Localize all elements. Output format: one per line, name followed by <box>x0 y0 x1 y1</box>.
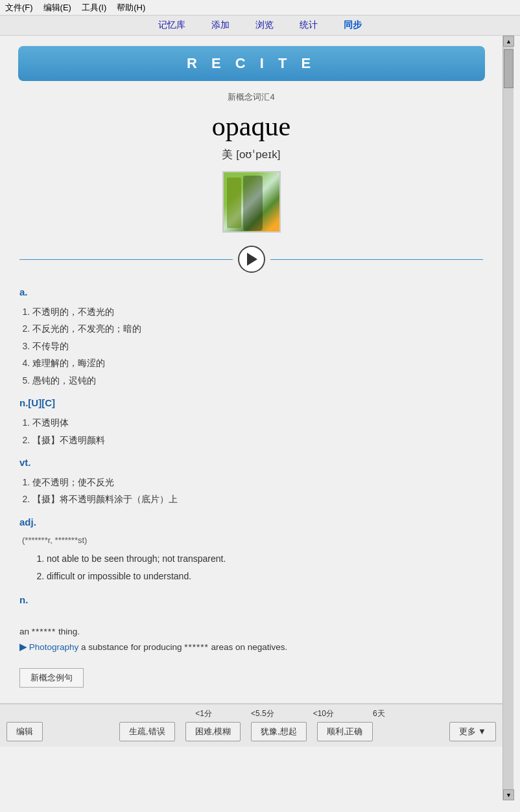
def-a-5: 愚钝的，迟钝的 <box>32 372 483 389</box>
btn-edit[interactable]: 编辑 <box>6 722 43 741</box>
def-list-vt: 使不透明；使不反光 【摄】将不透明颜料涂于（底片）上 <box>32 474 483 508</box>
def-a-2: 不反光的，不发亮的；暗的 <box>32 320 483 338</box>
scroll-track[interactable] <box>503 47 514 789</box>
def-a-3: 不传导的 <box>32 338 483 355</box>
def-list-a: 不透明的，不透光的 不反光的，不发亮的；暗的 不传导的 难理解的，晦涩的 愚钝的… <box>32 303 483 389</box>
btn-difficult[interactable]: 困难,模糊 <box>185 722 241 741</box>
label-lt55: <5.5分 <box>251 708 274 719</box>
def-a-1: 不透明的，不透光的 <box>32 303 483 321</box>
btn-more[interactable]: 更多 ▼ <box>449 722 496 741</box>
pos-n-uc: n.[U][C] <box>19 394 483 413</box>
example-btn[interactable]: 新概念例句 <box>19 668 84 688</box>
en-def-1: not able to be seen through; not transpa… <box>47 550 483 568</box>
dict-content: a. 不透明的，不透光的 不反光的，不发亮的；暗的 不传导的 难理解的，晦涩的 … <box>0 283 502 621</box>
pos-n2: n. <box>19 591 483 610</box>
nav-sync[interactable]: 同步 <box>344 19 362 31</box>
btn-correct[interactable]: 顺利,正确 <box>317 722 373 741</box>
scroll-up-arrow[interactable]: ▲ <box>503 36 514 47</box>
pos-adj: adj. <box>19 513 483 532</box>
comparative: (*******r, *******st) <box>22 533 483 549</box>
footer-buttons: 编辑 生疏,错误 困难,模糊 犹豫,想起 顺利,正确 更多 ▼ <box>0 722 502 741</box>
label-6days: 6天 <box>373 708 385 719</box>
def-n-2: 【摄】不透明颜料 <box>32 432 483 449</box>
pos-vt: vt. <box>19 454 483 472</box>
menu-file[interactable]: 文件(F) <box>3 2 36 14</box>
nav-stats[interactable]: 统计 <box>300 19 318 31</box>
audio-line-right <box>270 259 484 260</box>
word-image <box>222 171 281 233</box>
menu-tools[interactable]: 工具(I) <box>79 2 109 14</box>
menu-help[interactable]: 帮助(H) <box>114 2 148 14</box>
audio-player <box>19 246 483 273</box>
def-a-4: 难理解的，晦涩的 <box>32 354 483 372</box>
menu-edit[interactable]: 编辑(E) <box>41 2 74 14</box>
word-title: opaque <box>0 111 502 142</box>
scroll-down-arrow[interactable]: ▼ <box>503 789 514 800</box>
recite-button[interactable]: R E C I T E <box>18 46 485 81</box>
btn-unfamiliar[interactable]: 生疏,错误 <box>119 722 175 741</box>
scroll-thumb[interactable] <box>504 49 514 88</box>
footer-labels: <1分 <5.5分 <10分 6天 <box>0 708 502 719</box>
content-area: R E C I T E 新概念词汇4 opaque 美 [oʊˈpeɪk] a.… <box>0 36 502 800</box>
btn-hesitant[interactable]: 犹豫,想起 <box>251 722 307 741</box>
def-list-n: 不透明体 【摄】不透明颜料 <box>32 414 483 448</box>
def-vt-2: 【摄】将不透明颜料涂于（底片）上 <box>32 491 483 508</box>
phonetic: 美 [oʊˈpeɪk] <box>0 147 502 162</box>
footer-center-buttons: 生疏,错误 困难,模糊 犹豫,想起 顺利,正确 <box>119 722 373 741</box>
scrollbar[interactable]: ▲ ▼ <box>502 36 514 800</box>
english-defs: not able to be seen through; not transpa… <box>39 550 483 585</box>
footer: <1分 <5.5分 <10分 6天 编辑 生疏,错误 困难,模糊 犹豫,想起 顺… <box>0 704 502 747</box>
play-button[interactable] <box>238 246 265 273</box>
nav-library[interactable]: 记忆库 <box>158 19 185 31</box>
nav-browse[interactable]: 浏览 <box>255 19 274 31</box>
en-def-2: difficult or impossible to understand. <box>47 568 483 585</box>
def-n-1: 不透明体 <box>32 414 483 432</box>
toolbar: 记忆库 添加 浏览 统计 同步 <box>0 16 520 36</box>
play-triangle-icon <box>247 253 257 266</box>
source-label: 新概念词汇4 <box>0 91 502 103</box>
pos-a: a. <box>19 283 483 302</box>
def-vt-1: 使不透明；使不反光 <box>32 474 483 491</box>
menubar: 文件(F) 编辑(E) 工具(I) 帮助(H) <box>0 0 520 16</box>
label-lt1: <1分 <box>195 708 212 719</box>
layout-wrapper: R E C I T E 新概念词汇4 opaque 美 [oʊˈpeɪk] a.… <box>0 36 520 800</box>
label-lt10: <10分 <box>313 708 334 719</box>
example-block: an ****** thing. ▶ Photography a substan… <box>0 621 502 658</box>
example-2: ▶ Photography a substance for producing … <box>19 640 483 655</box>
nav-add[interactable]: 添加 <box>211 19 230 31</box>
audio-line-left <box>19 259 233 260</box>
example-1: an ****** thing. <box>19 624 483 640</box>
